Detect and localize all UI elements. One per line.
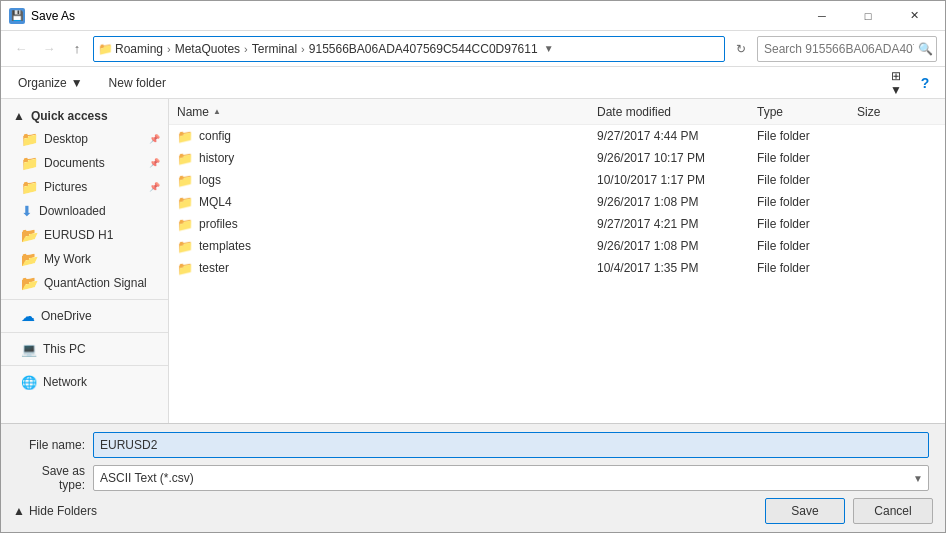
maximize-button[interactable]: □ <box>845 1 891 31</box>
file-list: Name ▲ Date modified Type Size 📁 config <box>169 99 945 423</box>
file-date: 9/27/2017 4:44 PM <box>597 129 757 143</box>
file-type: File folder <box>757 239 857 253</box>
sidebar-item-network[interactable]: 🌐 Network <box>1 370 168 394</box>
organize-arrow-icon: ▼ <box>71 76 83 90</box>
mywork-folder-icon: 📂 <box>21 251 38 267</box>
folder-icon: 📁 <box>177 261 193 276</box>
breadcrumb: 📁 Roaming › MetaQuotes › Terminal › 9155… <box>98 42 538 56</box>
sidebar-item-label-onedrive: OneDrive <box>41 309 92 323</box>
sidebar-item-desktop[interactable]: 📁 Desktop 📌 <box>1 127 168 151</box>
help-button[interactable]: ? <box>913 71 937 95</box>
sidebar-item-thispc[interactable]: 💻 This PC <box>1 337 168 361</box>
search-input[interactable] <box>764 42 914 56</box>
file-name-profiles: 📁 profiles <box>177 217 597 232</box>
sidebar-item-pictures[interactable]: 📁 Pictures 📌 <box>1 175 168 199</box>
close-button[interactable]: ✕ <box>891 1 937 31</box>
address-bar[interactable]: 📁 Roaming › MetaQuotes › Terminal › 9155… <box>93 36 725 62</box>
desktop-pin-icon: 📌 <box>149 134 160 144</box>
crumb-id[interactable]: 915566BA06ADA407569C544CC0D97611 <box>309 42 538 56</box>
file-type: File folder <box>757 261 857 275</box>
organize-button[interactable]: Organize ▼ <box>9 71 92 95</box>
refresh-button[interactable]: ↻ <box>729 37 753 61</box>
main-area: ▲ Quick access 📁 Desktop 📌 📁 Documents 📌… <box>1 99 945 423</box>
file-name-mql4: 📁 MQL4 <box>177 195 597 210</box>
sidebar-item-label-documents: Documents <box>44 156 105 170</box>
sidebar-item-downloaded[interactable]: ⬇ Downloaded <box>1 199 168 223</box>
filetype-select-wrapper: ASCII Text (*.csv) ▼ <box>93 465 929 491</box>
file-name-tester: 📁 tester <box>177 261 597 276</box>
sidebar-item-eurusd[interactable]: 📂 EURUSD H1 <box>1 223 168 247</box>
col-header-type[interactable]: Type <box>757 105 857 119</box>
sidebar-divider-2 <box>1 332 168 333</box>
crumb-folder-icon: 📁 <box>98 42 113 56</box>
bottom-bar: File name: Save as type: ASCII Text (*.c… <box>1 423 945 532</box>
hide-folders-arrow-icon: ▲ <box>13 504 25 518</box>
hide-folders-toggle[interactable]: ▲ Hide Folders <box>13 504 97 518</box>
col-header-name[interactable]: Name ▲ <box>177 105 597 119</box>
sidebar: ▲ Quick access 📁 Desktop 📌 📁 Documents 📌… <box>1 99 169 423</box>
thispc-icon: 💻 <box>21 342 37 357</box>
quick-access-arrow-icon: ▲ <box>13 109 25 123</box>
file-date: 9/26/2017 1:08 PM <box>597 239 757 253</box>
table-row[interactable]: 📁 MQL4 9/26/2017 1:08 PM File folder <box>169 191 945 213</box>
sidebar-item-label-thispc: This PC <box>43 342 86 356</box>
back-button[interactable]: ← <box>9 37 33 61</box>
forward-button[interactable]: → <box>37 37 61 61</box>
file-type: File folder <box>757 195 857 209</box>
folder-icon: 📁 <box>177 217 193 232</box>
folder-icon: 📁 <box>177 195 193 210</box>
folder-icon: 📁 <box>177 129 193 144</box>
window-icon: 💾 <box>9 8 25 24</box>
documents-pin-icon: 📌 <box>149 158 160 168</box>
folder-icon: 📁 <box>177 151 193 166</box>
table-row[interactable]: 📁 logs 10/10/2017 1:17 PM File folder <box>169 169 945 191</box>
table-row[interactable]: 📁 tester 10/4/2017 1:35 PM File folder <box>169 257 945 279</box>
col-header-date[interactable]: Date modified <box>597 105 757 119</box>
view-controls: ⊞ ▼ ? <box>883 71 937 95</box>
address-toolbar: ← → ↑ 📁 Roaming › MetaQuotes › Terminal … <box>1 31 945 67</box>
pictures-pin-icon: 📌 <box>149 182 160 192</box>
file-name-config: 📁 config <box>177 129 597 144</box>
search-box: 🔍 <box>757 36 937 62</box>
onedrive-icon: ☁ <box>21 308 35 324</box>
sidebar-item-documents[interactable]: 📁 Documents 📌 <box>1 151 168 175</box>
folder-icon: 📁 <box>177 173 193 188</box>
address-dropdown-icon[interactable]: ▼ <box>544 43 554 54</box>
filename-input[interactable] <box>93 432 929 458</box>
file-date: 10/4/2017 1:35 PM <box>597 261 757 275</box>
eurusd-folder-icon: 📂 <box>21 227 38 243</box>
table-row[interactable]: 📁 templates 9/26/2017 1:08 PM File folde… <box>169 235 945 257</box>
up-button[interactable]: ↑ <box>65 37 89 61</box>
sidebar-item-label-desktop: Desktop <box>44 132 88 146</box>
quick-access-header[interactable]: ▲ Quick access <box>1 103 168 127</box>
filename-label: File name: <box>13 438 93 452</box>
col-header-size[interactable]: Size <box>857 105 937 119</box>
crumb-terminal[interactable]: Terminal <box>252 42 297 56</box>
sidebar-item-mywork[interactable]: 📂 My Work <box>1 247 168 271</box>
save-button[interactable]: Save <box>765 498 845 524</box>
sidebar-item-onedrive[interactable]: ☁ OneDrive <box>1 304 168 328</box>
cancel-button[interactable]: Cancel <box>853 498 933 524</box>
file-type: File folder <box>757 173 857 187</box>
filetype-row: Save as type: ASCII Text (*.csv) ▼ <box>13 464 933 492</box>
sidebar-divider-3 <box>1 365 168 366</box>
file-date: 9/26/2017 10:17 PM <box>597 151 757 165</box>
network-icon: 🌐 <box>21 375 37 390</box>
table-row[interactable]: 📁 history 9/26/2017 10:17 PM File folder <box>169 147 945 169</box>
documents-folder-icon: 📁 <box>21 155 38 171</box>
crumb-roaming[interactable]: Roaming <box>115 42 163 56</box>
quick-access-label: Quick access <box>31 109 108 123</box>
table-row[interactable]: 📁 profiles 9/27/2017 4:21 PM File folder <box>169 213 945 235</box>
view-options-button[interactable]: ⊞ ▼ <box>883 71 909 95</box>
file-type: File folder <box>757 217 857 231</box>
sidebar-item-label-eurusd: EURUSD H1 <box>44 228 113 242</box>
secondary-toolbar: Organize ▼ New folder ⊞ ▼ ? <box>1 67 945 99</box>
sidebar-item-quantaction[interactable]: 📂 QuantAction Signal <box>1 271 168 295</box>
sidebar-item-label-downloaded: Downloaded <box>39 204 106 218</box>
filetype-select[interactable]: ASCII Text (*.csv) <box>93 465 929 491</box>
crumb-metaquotes[interactable]: MetaQuotes <box>175 42 240 56</box>
new-folder-button[interactable]: New folder <box>100 71 175 95</box>
minimize-button[interactable]: ─ <box>799 1 845 31</box>
table-row[interactable]: 📁 config 9/27/2017 4:44 PM File folder <box>169 125 945 147</box>
sidebar-divider-1 <box>1 299 168 300</box>
